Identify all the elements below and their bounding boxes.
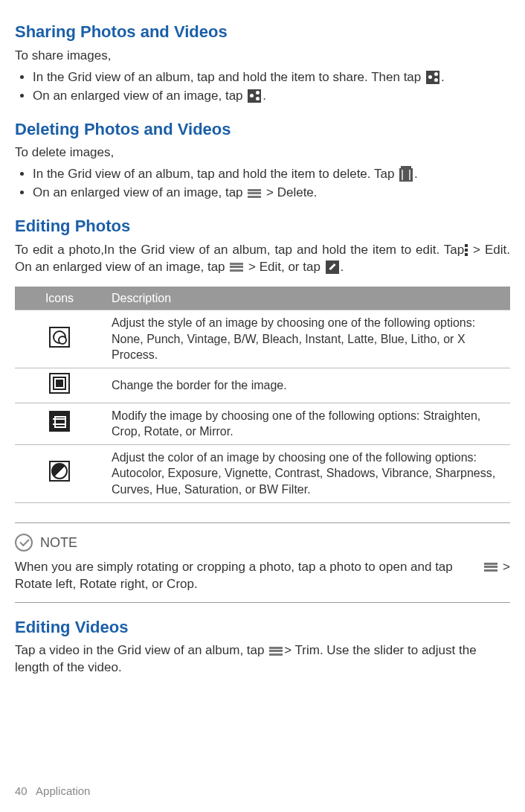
text: To edit a photo,In the Grid view of an a…: [15, 243, 464, 257]
text: >: [499, 560, 510, 574]
menu-icon: [248, 189, 261, 198]
text: Rotate left, Rotate right, or Crop.: [15, 577, 198, 591]
list-item: On an enlarged view of an image, tap .: [33, 88, 510, 105]
page-number: 40: [15, 784, 28, 797]
text: When you are simply rotating or cropping…: [15, 560, 453, 574]
editing-videos-para: Tap a video in the Grid view of an album…: [15, 642, 510, 677]
color-adjust-icon: [49, 461, 70, 482]
cell-desc: Modify the image by choosing one of the …: [104, 403, 510, 444]
text: In the Grid view of an album, tap and ho…: [33, 70, 425, 84]
icons-table: Icons Description Adjust the style of an…: [15, 287, 510, 503]
text: Tap a video in the Grid view of an album…: [15, 643, 264, 657]
note-header: NOTE: [15, 534, 510, 552]
heading-editing-photos: Editing Photos: [15, 215, 510, 237]
heading-sharing: Sharing Photos and Videos: [15, 21, 510, 43]
th-description: Description: [104, 287, 510, 310]
table-row: Change the border for the image.: [15, 368, 510, 403]
section-name: Application: [36, 784, 90, 797]
cell-desc: Adjust the color of an image by choosing…: [104, 444, 510, 502]
cell-icon: [15, 310, 104, 368]
note-menu-marker: >: [483, 559, 510, 576]
pencil-icon: [326, 260, 339, 274]
check-circle-icon: [15, 534, 33, 552]
border-icon: [49, 373, 70, 394]
menu-icon: [269, 647, 283, 656]
text: > Delete.: [262, 185, 317, 199]
note-box: NOTE > When you are simply rotating or c…: [15, 522, 510, 603]
cell-desc: Change the border for the image.: [104, 368, 510, 403]
text: .: [414, 167, 418, 181]
text: On an enlarged view of an image, tap: [33, 185, 246, 199]
note-body: > When you are simply rotating or croppi…: [15, 559, 510, 593]
menu-icon: [484, 563, 497, 572]
style-icon: [49, 327, 70, 348]
text: In the Grid view of an album, tap and ho…: [33, 167, 398, 181]
text: .: [441, 70, 445, 84]
cell-desc: Adjust the style of an image by choosing…: [104, 310, 510, 368]
cell-icon: [15, 368, 104, 403]
crop-icon: [49, 411, 70, 432]
list-item: On an enlarged view of an image, tap > D…: [33, 185, 510, 202]
sharing-intro: To share images,: [15, 48, 510, 65]
share-icon: [426, 71, 439, 84]
table-row: Modify the image by choosing one of the …: [15, 403, 510, 444]
table-row: Adjust the color of an image by choosing…: [15, 444, 510, 502]
deleting-intro: To delete images,: [15, 144, 510, 162]
more-icon: [464, 244, 468, 256]
text: .: [341, 260, 344, 274]
cell-icon: [15, 444, 104, 502]
heading-deleting: Deleting Photos and Videos: [15, 118, 510, 141]
note-label: NOTE: [40, 534, 77, 552]
share-icon: [248, 89, 261, 103]
cell-icon: [15, 403, 104, 444]
sharing-list: In the Grid view of an album, tap and ho…: [15, 69, 510, 105]
menu-icon: [230, 263, 243, 272]
text: On an enlarged view of an image, tap: [33, 89, 246, 103]
heading-editing-videos: Editing Videos: [15, 616, 510, 639]
page-footer: 40 Application: [15, 784, 90, 799]
text: > Edit, or tap: [245, 260, 323, 274]
table-row: Adjust the style of an image by choosing…: [15, 310, 510, 368]
editing-photos-para: To edit a photo,In the Grid view of an a…: [15, 242, 510, 276]
trash-icon: [399, 168, 413, 182]
th-icons: Icons: [15, 287, 104, 310]
list-item: In the Grid view of an album, tap and ho…: [33, 69, 510, 86]
list-item: In the Grid view of an album, tap and ho…: [33, 166, 510, 183]
deleting-list: In the Grid view of an album, tap and ho…: [15, 166, 510, 202]
text: .: [262, 89, 266, 103]
